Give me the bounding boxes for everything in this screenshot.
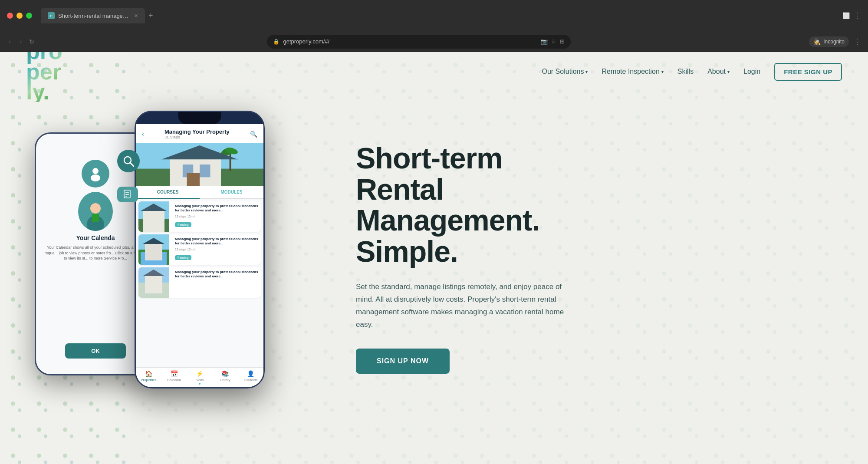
logo[interactable]: properly. [26, 52, 62, 102]
new-tab-button[interactable]: + [145, 10, 157, 22]
nav-skills[interactable]: ⚡ Skills [187, 370, 213, 385]
login-nav-link[interactable]: Login [743, 68, 760, 76]
library-label: Library [220, 378, 230, 382]
search-badge-icon [117, 150, 140, 172]
hero-subtitle: Set the standard, manage listings remote… [356, 281, 564, 331]
person-illustration [78, 192, 113, 231]
properties-icon: 🏠 [145, 370, 152, 377]
address-bar-row: ‹ › ↻ 🔒 getproperly.com/#/ 📷 ☆ ⊞ 🕵 Incog… [0, 31, 868, 52]
document-badge-icon [117, 187, 138, 202]
about-dropdown-arrow: ▾ [727, 69, 730, 74]
phone-front-mockup: ‹ Managing Your Property 31 Steps 🔍 [135, 111, 265, 388]
contacts-icon: 👤 [247, 370, 254, 377]
app-header-title-group: Managing Your Property 31 Steps [164, 128, 230, 139]
svg-rect-6 [124, 190, 130, 198]
course-item: Managing your property to professional s… [138, 234, 261, 265]
remote-inspection-nav-link[interactable]: Remote Inspection ▾ [602, 68, 663, 76]
tab-close-icon[interactable]: ✕ [134, 13, 138, 19]
course-content-3: Managing your property to professional s… [172, 267, 261, 298]
incognito-icon: 🕵 [813, 38, 821, 45]
window-restore-button[interactable]: ⬜ [839, 10, 853, 21]
svg-point-11 [91, 174, 100, 181]
nav-contacts[interactable]: 👤 Contacts [238, 370, 263, 385]
solutions-dropdown-arrow: ▾ [585, 69, 588, 74]
skills-notification-dot [199, 383, 201, 385]
solutions-nav-link[interactable]: Our Solutions ▾ [542, 68, 588, 76]
svg-rect-36 [145, 275, 162, 293]
window-controls: ⬜ ⋮ [839, 10, 861, 21]
nav-library[interactable]: 📚 Library [212, 370, 238, 385]
free-signup-button[interactable]: FREE SIGN UP [774, 63, 842, 81]
phone-front-screen: ‹ Managing Your Property 31 Steps 🔍 [136, 124, 263, 387]
course-thumbnail-3 [138, 267, 169, 298]
skills-icon: ⚡ [196, 370, 203, 377]
calendar-icon: 📅 [171, 370, 178, 377]
minimize-button[interactable] [16, 13, 23, 19]
calendar-avatar [82, 160, 109, 188]
course-list: Managing your property to professional s… [136, 199, 263, 303]
active-tab[interactable]: P Short-term-rental manageme... ✕ [41, 8, 145, 23]
maximize-button[interactable] [26, 13, 32, 19]
skills-nav-link[interactable]: Skills [677, 68, 694, 76]
browser-menu-button[interactable]: ⋮ [853, 11, 861, 20]
about-nav-link[interactable]: About ▾ [707, 68, 730, 76]
phone-back-title: Your Calenda [76, 234, 115, 241]
address-bar[interactable]: 🔒 getproperly.com/#/ 📷 ☆ ⊞ [267, 35, 571, 49]
hero-text-section: Short-term Rental Management. Simple. Se… [330, 143, 842, 373]
close-button[interactable] [7, 13, 13, 19]
logo-text: properly. [26, 52, 62, 102]
camera-off-icon: 📷 [541, 38, 548, 45]
nav-calendar[interactable]: 📅 Calendar [161, 370, 187, 385]
forward-button[interactable]: › [18, 36, 23, 47]
split-view-icon[interactable]: ⊞ [560, 38, 565, 45]
svg-rect-17 [230, 152, 231, 171]
skills-label: Skills [196, 378, 204, 382]
course-item: Managing your property to professional s… [138, 201, 261, 232]
courses-tab[interactable]: COURSES [136, 186, 200, 199]
phone-notch [178, 112, 221, 124]
hero-section: Your Calenda Your Calendar shows all of … [0, 91, 868, 417]
browser-more-button[interactable]: ⋮ [853, 37, 861, 46]
property-hero-image [136, 143, 263, 186]
svg-point-12 [90, 203, 101, 214]
pending-badge-1: Pending [175, 222, 191, 227]
incognito-badge: 🕵 Incognito [809, 36, 849, 47]
course-content-2: Managing your property to professional s… [172, 234, 261, 265]
app-search-icon[interactable]: 🔍 [250, 131, 257, 138]
nav-properties[interactable]: 🏠 Properties [136, 370, 161, 385]
phones-container: Your Calenda Your Calendar shows all of … [26, 106, 330, 410]
tab-favicon: P [48, 12, 55, 19]
svg-rect-27 [143, 210, 164, 232]
library-icon: 📚 [221, 370, 229, 377]
incognito-label: Incognito [823, 39, 845, 45]
phone-back-text: Your Calendar shows all of your schedule… [43, 245, 148, 261]
app-tabs: COURSES MODULES [136, 186, 263, 199]
course-thumbnail-2 [138, 234, 169, 265]
tab-bar: P Short-term-rental manageme... ✕ + [41, 8, 834, 23]
navbar: properly. Our Solutions ▾ Remote Inspect… [0, 52, 868, 91]
svg-line-5 [130, 163, 134, 166]
hero-title: Short-term Rental Management. Simple. [356, 143, 825, 267]
calendar-label: Calendar [167, 378, 181, 382]
app-back-button[interactable]: ‹ [142, 131, 144, 138]
address-bar-actions: 📷 ☆ ⊞ [541, 38, 565, 45]
course-item: Managing your property to professional s… [138, 267, 261, 298]
back-button[interactable]: ‹ [7, 36, 13, 47]
url-text: getproperly.com/#/ [283, 38, 537, 45]
bookmark-icon[interactable]: ☆ [551, 38, 556, 45]
browser-right-controls: 🕵 Incognito ⋮ [809, 36, 861, 47]
refresh-button[interactable]: ↻ [29, 38, 34, 45]
ok-button[interactable]: OK [65, 343, 126, 359]
svg-rect-32 [145, 243, 162, 260]
svg-rect-23 [200, 165, 210, 177]
modules-tab[interactable]: MODULES [200, 186, 263, 198]
svg-point-10 [92, 168, 99, 174]
properties-label: Properties [141, 378, 156, 382]
cta-signup-button[interactable]: SIGN UP NOW [356, 349, 450, 374]
nav-links: Our Solutions ▾ Remote Inspection ▾ Skil… [542, 63, 842, 81]
app-bottom-nav: 🏠 Properties 📅 Calendar ⚡ Skills [136, 367, 263, 387]
course-content-1: Managing your property to professional s… [172, 201, 261, 232]
svg-rect-14 [92, 214, 99, 222]
pending-badge-2: Pending [175, 255, 191, 260]
lock-icon: 🔒 [273, 39, 279, 45]
